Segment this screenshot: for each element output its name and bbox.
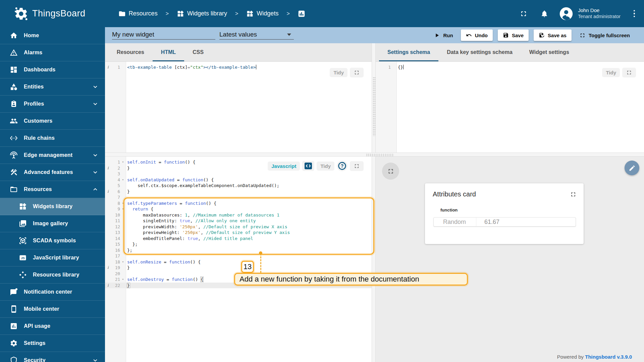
help-icon[interactable]: ? — [337, 161, 347, 171]
fullscreen-icon[interactable] — [517, 7, 530, 20]
code-line: 3 — [105, 171, 372, 177]
edit-widget-button[interactable] — [625, 161, 639, 175]
line-number: 12 — [111, 224, 120, 230]
gutter-spacer — [105, 206, 111, 212]
more-menu-icon[interactable] — [629, 10, 639, 17]
javascript-code-editor[interactable]: 1▾self.onInit = function() {i2}34▾self.o… — [105, 157, 372, 362]
horizontal-splitter[interactable] — [105, 153, 644, 157]
tab-css[interactable]: CSS — [184, 43, 212, 61]
language-badge: Javascript — [268, 162, 300, 171]
sidebar-item-customers[interactable]: Customers — [0, 113, 105, 130]
card-fullscreen-icon[interactable] — [570, 191, 577, 198]
line-number: 1 — [111, 159, 120, 165]
gutter-spacer — [120, 265, 126, 271]
info-icon: i — [105, 189, 111, 195]
save-as-button[interactable]: Save as — [534, 29, 572, 41]
breadcrumb-separator: > — [286, 11, 289, 17]
fold-arrow-icon: ▾ — [120, 206, 126, 212]
version-link[interactable]: Thingsboard v.3.9.0 — [585, 354, 632, 360]
sidebar-item-security[interactable]: Security — [0, 352, 105, 362]
code-text: embedTitlePanel: true, //Hided title pan… — [126, 236, 253, 242]
schema-code-editor[interactable]: 1{} Tidy — [376, 62, 644, 153]
sidebar-item-image-gallery[interactable]: Image gallery — [0, 215, 105, 232]
widget-title-input[interactable] — [112, 30, 215, 40]
toggle-fullscreen-button[interactable]: Toggle fullscreen — [577, 30, 633, 41]
gutter-spacer — [105, 247, 111, 253]
widget-type-select[interactable]: Latest values — [219, 30, 294, 40]
preview-fullscreen-button[interactable] — [382, 163, 399, 180]
gutter-spacer — [120, 165, 126, 171]
code-toggle-button[interactable] — [302, 161, 314, 171]
breadcrumb-item[interactable]: Widgets — [244, 9, 280, 19]
avatar[interactable] — [559, 7, 573, 21]
api-usage-icon — [10, 322, 18, 330]
line-number: 4 — [111, 177, 120, 183]
tab-data-key-settings-schema[interactable]: Data key settings schema — [438, 43, 521, 61]
breadcrumb-item[interactable] — [296, 9, 307, 19]
line-number: 21 — [111, 277, 120, 283]
sidebar-item-label: Advanced features — [24, 169, 73, 175]
mobile-center-icon — [10, 305, 18, 313]
fullscreen-icon[interactable] — [350, 68, 364, 77]
js-editor-tools: Javascript Tidy ? — [268, 161, 364, 171]
line-number: 7 — [111, 194, 120, 200]
html-code-editor[interactable]: i1<tb-example-table [ctx]="ctx"></tb-exa… — [105, 62, 372, 153]
sidebar-item-settings[interactable]: Settings — [0, 335, 105, 352]
line-number: 19 — [111, 265, 120, 271]
sidebar-item-rule-chains[interactable]: Rule chains — [0, 130, 105, 147]
tidy-button[interactable]: Tidy — [330, 68, 347, 77]
html-editor-tools: Tidy — [330, 68, 364, 77]
line-number: 1 — [111, 64, 120, 70]
fullscreen-icon[interactable] — [622, 68, 636, 77]
sidebar-item-home[interactable]: Home — [0, 27, 105, 44]
vertical-splitter[interactable] — [372, 43, 376, 362]
tab-resources[interactable]: Resources — [108, 43, 153, 61]
sidebar-item-advanced-features[interactable]: Advanced features — [0, 164, 105, 181]
code-text — [126, 271, 127, 277]
sidebar-item-dashboards[interactable]: Dashboards — [0, 61, 105, 78]
chevron-down-icon — [92, 357, 99, 362]
editor-gutter — [105, 62, 126, 153]
line-number: 6 — [111, 189, 120, 195]
sidebar-item-resources[interactable]: Resources — [0, 181, 105, 198]
sidebar-item-mobile-center[interactable]: Mobile center — [0, 301, 105, 318]
row-divider — [476, 218, 476, 226]
entities-icon — [10, 83, 18, 91]
undo-button[interactable]: Undo — [461, 29, 493, 41]
sidebar-item-edge-management[interactable]: Edge management — [0, 147, 105, 164]
tidy-button[interactable]: Tidy — [317, 162, 334, 171]
breadcrumb-item[interactable]: Resources — [116, 9, 160, 19]
tab-widget-settings[interactable]: Widget settings — [521, 43, 578, 61]
gutter-spacer — [120, 271, 126, 277]
code-line: 9▾ return { — [105, 206, 372, 212]
sidebar-item-profiles[interactable]: Profiles — [0, 96, 105, 113]
sidebar-item-label: Settings — [24, 340, 46, 346]
tab-settings-schema[interactable]: Settings schema — [379, 43, 438, 61]
gutter-spacer — [105, 230, 111, 236]
gutter-spacer — [105, 177, 111, 183]
tab-html[interactable]: HTML — [153, 43, 184, 61]
save-button[interactable]: Save — [498, 29, 529, 41]
sidebar-item-scada-symbols[interactable]: SCADA symbols — [0, 232, 105, 249]
code-line: 5 self.ctx.$scope.exampleTableComponent.… — [105, 183, 372, 189]
breadcrumb-item[interactable]: Widgets library — [175, 9, 229, 19]
sidebar-item-resources-library[interactable]: Resources library — [0, 266, 105, 284]
sidebar-item-api-usage[interactable]: API usage — [0, 318, 105, 335]
notifications-bell-icon[interactable] — [538, 7, 551, 20]
code-line: 10 maxDatasources: 1, //Maximum number o… — [105, 212, 372, 218]
line-number: 2 — [111, 165, 120, 171]
thingsboard-logo[interactable]: ThingsBoard — [13, 6, 86, 21]
fullscreen-icon[interactable] — [350, 161, 364, 171]
sidebar-item-widgets-library[interactable]: Widgets library — [0, 198, 105, 215]
sidebar-item-javascript-library[interactable]: JSJavaScript library — [0, 249, 105, 266]
breadcrumb-label: Widgets library — [187, 10, 227, 17]
sidebar-item-notification-center[interactable]: Notification center — [0, 284, 105, 301]
line-number: 10 — [111, 212, 120, 218]
sidebar-item-entities[interactable]: Entities — [0, 78, 105, 96]
sidebar-item-alarms[interactable]: Alarms — [0, 44, 105, 61]
tidy-button[interactable]: Tidy — [602, 68, 620, 77]
line-number: 3 — [111, 171, 120, 177]
code-text: maxDatasources: 1, //Maximum number of d… — [126, 212, 279, 218]
gutter-spacer — [105, 183, 111, 189]
run-button[interactable]: Run — [431, 30, 455, 41]
